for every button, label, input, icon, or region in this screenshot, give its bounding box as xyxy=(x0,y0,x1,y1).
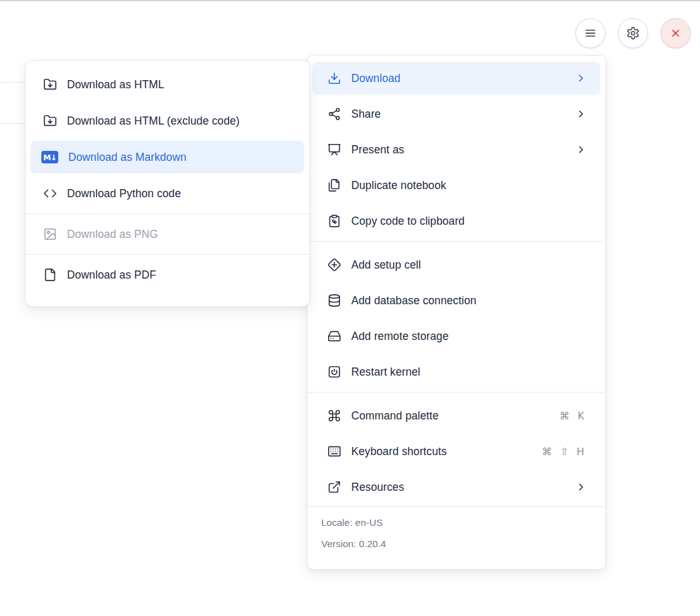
menu-separator xyxy=(307,392,605,393)
submenu-item-label: Download Python code xyxy=(67,187,294,200)
window-top-border xyxy=(0,0,700,1)
menu-item-label: Present as xyxy=(351,143,575,157)
submenu-separator xyxy=(26,213,309,214)
presentation-icon xyxy=(327,143,341,157)
shutdown-button[interactable] xyxy=(661,18,691,48)
gear-icon xyxy=(626,26,640,40)
menu-item-copy-code[interactable]: Copy code to clipboard xyxy=(312,205,600,237)
close-x-icon xyxy=(669,26,682,40)
notebook-menu-button[interactable] xyxy=(575,18,605,48)
notebook-action-buttons xyxy=(575,18,691,48)
menu-item-label: Keyboard shortcuts xyxy=(351,445,542,458)
submenu-item-label: Download as Markdown xyxy=(68,151,294,164)
menu-item-restart-kernel[interactable]: Restart kernel xyxy=(312,356,600,388)
menu-footer: Locale: en-US Version: 0.20.4 xyxy=(307,506,605,555)
menu-item-label: Duplicate notebook xyxy=(351,179,587,192)
submenu-item-download-markdown[interactable]: M↓ Download as Markdown xyxy=(31,141,304,173)
version-text: Version: 0.20.4 xyxy=(321,533,592,555)
share-icon xyxy=(327,107,341,121)
file-icon xyxy=(43,268,57,282)
page-background-line xyxy=(0,123,26,124)
submenu-item-label: Download as PNG xyxy=(67,228,294,241)
menu-item-label: Download xyxy=(351,72,575,85)
download-icon xyxy=(327,71,341,85)
submenu-item-download-python-code[interactable]: Download Python code xyxy=(31,177,304,210)
files-icon xyxy=(327,178,341,192)
external-link-icon xyxy=(327,480,341,494)
clipboard-arrow-icon xyxy=(327,214,341,228)
submenu-item-download-png[interactable]: Download as PNG xyxy=(31,218,304,250)
hamburger-icon xyxy=(584,26,597,40)
notebook-menu-panel: Download Share Present as Duplicate note… xyxy=(307,55,606,570)
menu-item-duplicate-notebook[interactable]: Duplicate notebook xyxy=(312,169,600,202)
folder-down-icon xyxy=(43,114,57,128)
command-icon xyxy=(327,409,341,423)
page-background-line xyxy=(0,82,26,83)
diamond-plus-icon xyxy=(327,258,341,272)
folder-down-icon xyxy=(43,78,57,91)
download-submenu-panel: Download as HTML Download as HTML (exclu… xyxy=(25,60,310,307)
image-icon xyxy=(43,227,57,241)
keyboard-icon xyxy=(327,444,341,458)
menu-item-resources[interactable]: Resources xyxy=(312,471,600,503)
code-icon xyxy=(43,187,57,200)
submenu-item-download-pdf[interactable]: Download as PDF xyxy=(31,259,304,291)
chevron-right-icon xyxy=(575,144,587,155)
menu-item-label: Add remote storage xyxy=(351,330,587,343)
chevron-right-icon xyxy=(575,108,587,120)
menu-item-share[interactable]: Share xyxy=(312,98,600,130)
menu-item-command-palette[interactable]: Command palette ⌘ K xyxy=(312,399,600,432)
settings-button[interactable] xyxy=(618,18,648,48)
submenu-separator xyxy=(26,254,309,255)
submenu-item-download-html-exclude-code[interactable]: Download as HTML (exclude code) xyxy=(31,105,304,137)
menu-item-add-setup-cell[interactable]: Add setup cell xyxy=(312,249,600,281)
hard-drive-icon xyxy=(327,329,341,343)
submenu-item-download-html[interactable]: Download as HTML xyxy=(31,68,304,101)
submenu-item-label: Download as PDF xyxy=(67,269,294,282)
menu-item-present-as[interactable]: Present as xyxy=(312,133,600,166)
menu-item-label: Restart kernel xyxy=(351,366,587,379)
chevron-right-icon xyxy=(575,73,587,84)
submenu-item-label: Download as HTML (exclude code) xyxy=(67,115,294,128)
menu-item-label: Copy code to clipboard xyxy=(351,215,587,228)
menu-item-keyboard-shortcuts[interactable]: Keyboard shortcuts ⌘ ⇧ H xyxy=(312,435,600,468)
shortcut-hint: ⌘ ⇧ H xyxy=(542,446,587,458)
menu-item-label: Command palette xyxy=(351,409,559,423)
menu-item-download[interactable]: Download xyxy=(312,62,600,95)
menu-item-label: Add database connection xyxy=(351,294,587,307)
menu-item-label: Resources xyxy=(351,481,575,494)
menu-item-add-remote-storage[interactable]: Add remote storage xyxy=(312,320,600,352)
submenu-item-label: Download as HTML xyxy=(67,78,294,91)
square-power-icon xyxy=(327,365,341,379)
menu-separator xyxy=(307,241,605,242)
menu-item-add-database-connection[interactable]: Add database connection xyxy=(312,284,600,317)
markdown-download-icon: M↓ xyxy=(41,151,58,163)
menu-item-label: Share xyxy=(351,108,575,121)
chevron-right-icon xyxy=(575,481,587,493)
locale-text: Locale: en-US xyxy=(321,512,592,533)
shortcut-hint: ⌘ K xyxy=(559,410,587,422)
menu-item-label: Add setup cell xyxy=(351,259,587,272)
database-icon xyxy=(327,294,341,307)
